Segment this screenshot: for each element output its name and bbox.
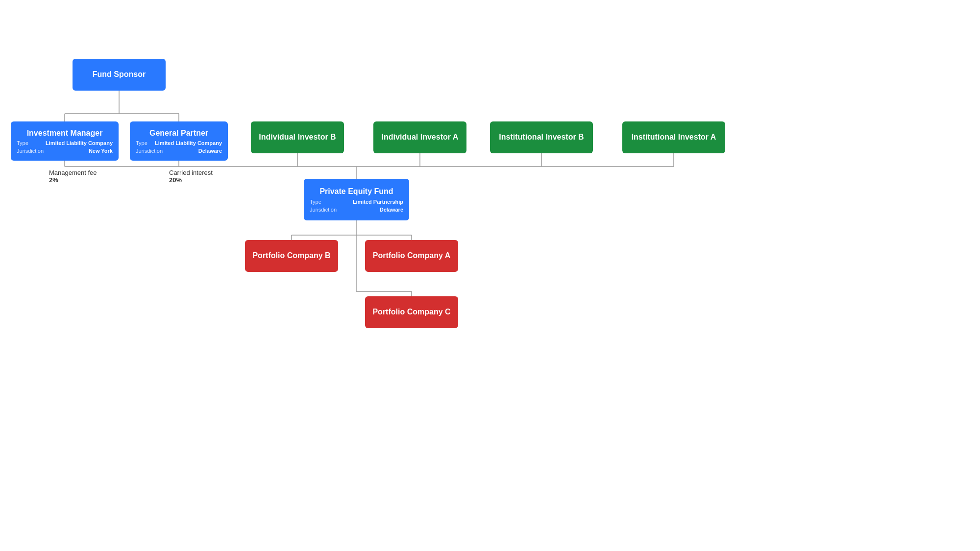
carried-interest-label: Carried interest 20% — [169, 169, 213, 184]
investment-manager-meta2: Jurisdiction New York — [17, 148, 113, 154]
general-partner-label: General Partner — [149, 128, 208, 139]
diagram-container: Fund Sponsor Investment Manager Type Lim… — [0, 0, 980, 551]
institutional-investor-a-label: Institutional Investor A — [632, 132, 716, 143]
institutional-investor-b-node[interactable]: Institutional Investor B — [490, 121, 593, 153]
general-partner-node[interactable]: General Partner Type Limited Liability C… — [130, 121, 228, 161]
individual-investor-b-label: Individual Investor B — [259, 132, 336, 143]
institutional-investor-b-label: Institutional Investor B — [499, 132, 584, 143]
portfolio-company-a-node[interactable]: Portfolio Company A — [365, 240, 458, 272]
investment-manager-meta: Type Limited Liability Company — [17, 140, 113, 146]
individual-investor-a-label: Individual Investor A — [382, 132, 459, 143]
private-equity-fund-label: Private Equity Fund — [319, 187, 393, 197]
portfolio-company-c-label: Portfolio Company C — [372, 307, 450, 317]
institutional-investor-a-node[interactable]: Institutional Investor A — [622, 121, 725, 153]
management-fee-label: Management fee 2% — [49, 169, 97, 184]
general-partner-meta: Type Limited Liability Company — [136, 140, 222, 146]
portfolio-company-b-label: Portfolio Company B — [252, 251, 330, 261]
individual-investor-b-node[interactable]: Individual Investor B — [251, 121, 344, 153]
portfolio-company-a-label: Portfolio Company A — [373, 251, 451, 261]
pef-meta2: Jurisdiction Delaware — [310, 207, 403, 213]
portfolio-company-b-node[interactable]: Portfolio Company B — [245, 240, 338, 272]
pef-meta1: Type Limited Partnership — [310, 199, 403, 205]
fund-sponsor-node[interactable]: Fund Sponsor — [73, 59, 166, 91]
private-equity-fund-node[interactable]: Private Equity Fund Type Limited Partner… — [304, 179, 409, 220]
investment-manager-node[interactable]: Investment Manager Type Limited Liabilit… — [11, 121, 119, 161]
investment-manager-label: Investment Manager — [27, 128, 103, 139]
fund-sponsor-label: Fund Sponsor — [93, 70, 146, 80]
individual-investor-a-node[interactable]: Individual Investor A — [373, 121, 466, 153]
portfolio-company-c-node[interactable]: Portfolio Company C — [365, 296, 458, 328]
general-partner-meta2: Jurisdiction Delaware — [136, 148, 222, 154]
